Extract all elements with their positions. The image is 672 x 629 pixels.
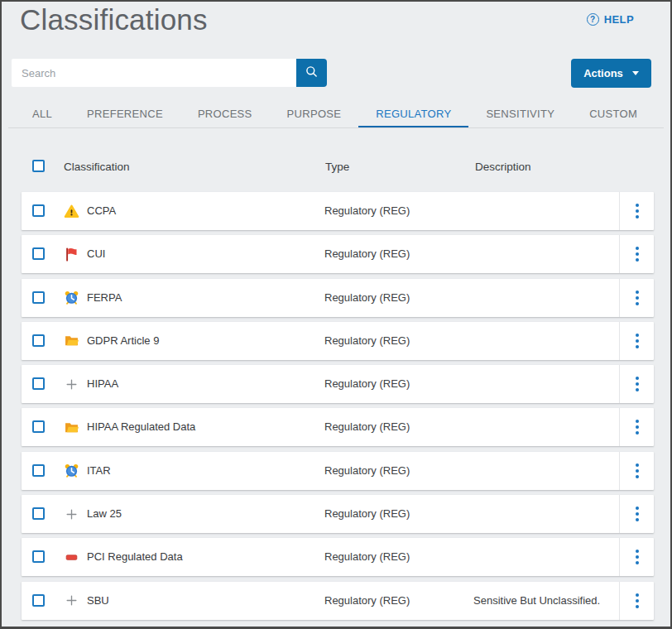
alarm-clock-icon (62, 463, 80, 479)
row-checkbox[interactable] (32, 550, 45, 563)
classifications-page: Classifications ? HELP Actions ALLPREFER… (0, 0, 672, 629)
kebab-dot (636, 247, 639, 250)
tab-process[interactable]: PROCESS (180, 104, 270, 128)
classification-type: Regulatory (REG) (324, 235, 410, 273)
row-checkbox[interactable] (32, 420, 45, 433)
row-menu-button[interactable] (620, 538, 654, 576)
classification-name: CUI (87, 235, 105, 273)
classification-list: CCPA Regulatory (REG) CUI Regulatory (RE… (22, 192, 654, 625)
classification-name: HIPAA Regulated Data (87, 408, 195, 446)
row-checkbox[interactable] (32, 291, 45, 304)
classification-name: GDPR Article 9 (87, 322, 159, 360)
row-menu-button[interactable] (620, 408, 654, 446)
classification-type: Regulatory (REG) (324, 408, 410, 446)
classification-name: ITAR (87, 452, 111, 490)
kebab-dot (636, 339, 639, 343)
plus-icon (62, 376, 80, 392)
row-menu-button[interactable] (620, 452, 654, 490)
row-checkbox[interactable] (32, 377, 45, 390)
classification-type: Regulatory (REG) (324, 582, 410, 620)
kebab-dot (636, 204, 639, 207)
table-row: Law 25 Regulatory (REG) (22, 495, 654, 533)
row-checkbox[interactable] (32, 204, 45, 217)
card-icon (62, 549, 80, 565)
classification-name: Law 25 (87, 495, 122, 533)
kebab-dot (636, 215, 639, 218)
tab-preference[interactable]: PREFERENCE (70, 104, 180, 128)
kebab-dot (636, 512, 639, 516)
kebab-dot (636, 555, 639, 559)
classification-type: Regulatory (REG) (324, 495, 410, 533)
classification-name: PCI Regulated Data (87, 538, 183, 576)
row-checkbox[interactable] (32, 507, 45, 520)
kebab-dot (636, 507, 639, 510)
classification-type: Regulatory (REG) (324, 452, 410, 490)
alarm-clock-icon (62, 290, 80, 306)
row-menu-button[interactable] (620, 365, 654, 403)
tab-purpose[interactable]: PURPOSE (270, 104, 359, 128)
kebab-dot (636, 252, 639, 256)
row-checkbox[interactable] (32, 247, 45, 260)
row-menu-button[interactable] (620, 322, 654, 360)
help-link[interactable]: ? HELP (587, 13, 634, 26)
actions-label: Actions (583, 67, 623, 79)
kebab-dot (636, 290, 639, 294)
kebab-dot (636, 296, 639, 300)
tab-custom[interactable]: CUSTOM (572, 104, 655, 128)
page-title: Classifications (20, 3, 208, 36)
table-header: Classification Type Description (2, 155, 670, 180)
row-checkbox[interactable] (32, 594, 45, 607)
help-question-icon: ? (587, 13, 599, 26)
column-header-description: Description (475, 161, 531, 173)
row-menu-button[interactable] (620, 279, 654, 317)
row-checkbox[interactable] (32, 464, 45, 477)
table-row: HIPAA Regulated Data Regulatory (REG) (22, 408, 654, 446)
classification-type: Regulatory (REG) (324, 365, 410, 403)
table-row: FERPA Regulatory (REG) (22, 279, 654, 317)
plus-icon (62, 506, 80, 522)
table-row: PCI Regulated Data Regulatory (REG) (22, 538, 654, 576)
help-label: HELP (604, 13, 634, 26)
kebab-dot (636, 345, 639, 348)
tab-sensitivity[interactable]: SENSITIVITY (468, 104, 572, 128)
column-header-type: Type (325, 161, 349, 173)
kebab-dot (636, 561, 639, 564)
classification-type: Regulatory (REG) (324, 279, 410, 317)
row-menu-button[interactable] (620, 495, 654, 533)
kebab-dot (636, 599, 639, 603)
search-icon (305, 65, 319, 81)
kebab-dot (636, 463, 639, 467)
plus-icon (62, 593, 80, 609)
kebab-dot (636, 334, 639, 337)
caret-down-icon (632, 71, 639, 75)
row-menu-button[interactable] (620, 192, 654, 230)
classification-name: CCPA (87, 192, 116, 230)
search-input[interactable] (12, 59, 296, 87)
classification-name: FERPA (87, 279, 122, 317)
row-menu-button[interactable] (620, 582, 654, 620)
table-row: HIPAA Regulatory (REG) (22, 365, 654, 403)
kebab-dot (636, 258, 639, 262)
column-header-classification: Classification (64, 161, 130, 173)
kebab-dot (636, 420, 639, 423)
tab-regulatory[interactable]: REGULATORY (358, 104, 468, 128)
warning-icon (62, 203, 80, 219)
tab-all[interactable]: ALL (15, 104, 70, 128)
select-all-checkbox[interactable] (32, 160, 45, 172)
search-bar (12, 59, 327, 87)
classification-name: SBU (87, 582, 109, 620)
kebab-dot (636, 377, 639, 380)
kebab-dot (636, 550, 639, 553)
row-checkbox[interactable] (32, 334, 45, 347)
actions-button[interactable]: Actions (571, 59, 651, 88)
classification-type: Regulatory (REG) (324, 192, 410, 230)
kebab-dot (636, 518, 639, 521)
kebab-dot (636, 605, 639, 608)
tabs-divider (8, 127, 664, 128)
kebab-dot (636, 593, 639, 597)
search-button[interactable] (296, 59, 327, 87)
row-menu-button[interactable] (620, 235, 654, 273)
kebab-dot (636, 388, 639, 391)
kebab-dot (636, 475, 639, 478)
table-row: GDPR Article 9 Regulatory (REG) (22, 322, 654, 360)
